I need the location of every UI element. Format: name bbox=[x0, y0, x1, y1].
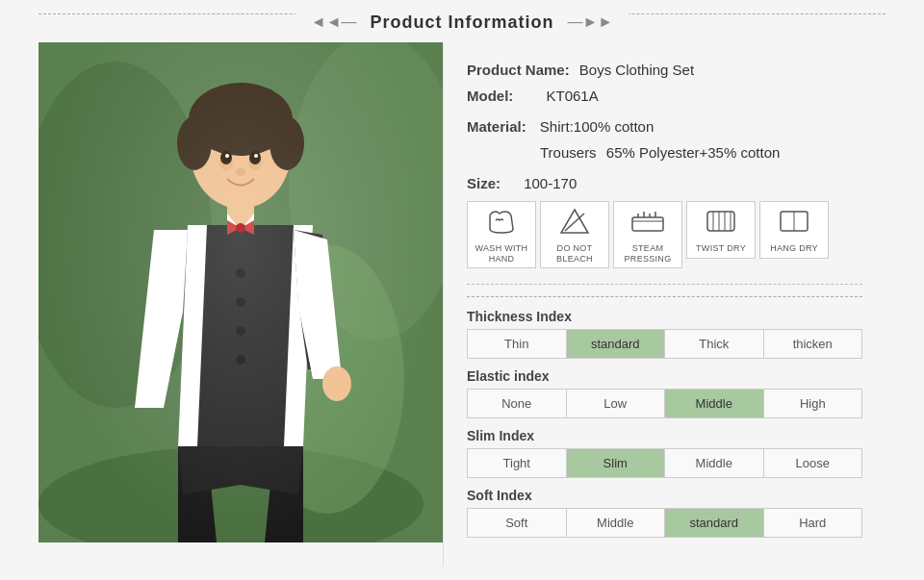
svg-point-8 bbox=[270, 116, 304, 170]
header-deco-left: ◄◄— bbox=[311, 13, 357, 31]
index-grid-3: SoftMiddlestandardHard bbox=[467, 508, 862, 538]
care-icon-twist: TWIST DRY bbox=[686, 201, 756, 259]
index-cell-2-0: Tight bbox=[468, 449, 567, 477]
twist-label: TWIST DRY bbox=[696, 243, 746, 254]
index-cell-0-3: thicken bbox=[764, 330, 862, 358]
bleach-label: Do NOT BLEACH bbox=[545, 243, 604, 265]
size-value: 100-170 bbox=[524, 175, 577, 191]
care-icon-steam: STEAM PRESSING bbox=[613, 201, 682, 269]
material-trousers-value: 65% Polyester+35% cotton bbox=[606, 144, 781, 161]
product-image-svg bbox=[38, 42, 443, 542]
svg-rect-0 bbox=[38, 42, 443, 542]
svg-marker-15 bbox=[227, 220, 241, 235]
svg-point-5 bbox=[191, 97, 291, 209]
page-header: ◄◄— Product Information —►► bbox=[0, 0, 924, 42]
steam-label: STEAM PRESSING bbox=[618, 243, 678, 265]
care-icon-bleach: Do NOT BLEACH bbox=[540, 201, 609, 269]
index-cell-3-3: Hard bbox=[764, 509, 862, 537]
index-cell-0-0: Thin bbox=[468, 330, 567, 358]
size-label: Size: bbox=[467, 175, 500, 191]
wash-icon bbox=[486, 208, 517, 240]
svg-point-2 bbox=[289, 42, 443, 340]
svg-point-23 bbox=[225, 154, 229, 158]
bleach-icon bbox=[559, 208, 590, 240]
index-cell-2-3: Loose bbox=[764, 449, 862, 477]
svg-rect-9 bbox=[227, 201, 254, 225]
hang-icon bbox=[779, 208, 809, 240]
wash-label: wash with hand bbox=[472, 243, 531, 265]
svg-point-18 bbox=[322, 366, 351, 401]
section-divider bbox=[467, 296, 862, 297]
index-cell-3-2: standard bbox=[665, 509, 764, 537]
index-cell-1-1: Low bbox=[567, 390, 666, 417]
steam-icon bbox=[630, 208, 665, 240]
care-icon-hang: HANG DRY bbox=[759, 201, 829, 259]
svg-point-1 bbox=[38, 62, 212, 408]
size-row: Size: 100-170 bbox=[467, 175, 862, 191]
material-label: Material: bbox=[467, 118, 526, 135]
index-cell-3-1: Middle bbox=[567, 509, 666, 537]
product-image bbox=[38, 42, 443, 542]
svg-point-25 bbox=[236, 168, 245, 176]
hang-label: HANG DRY bbox=[770, 243, 818, 254]
model-value: KT061A bbox=[547, 88, 599, 104]
index-cell-1-2: Middle bbox=[665, 390, 764, 417]
svg-point-6 bbox=[189, 83, 293, 156]
product-name-row: Product Name: Boys Clothing Set bbox=[467, 62, 862, 78]
main-content: Product Name: Boys Clothing Set Model: K… bbox=[38, 42, 886, 567]
index-cell-3-0: Soft bbox=[468, 509, 567, 537]
material-trousers-label: Trousers bbox=[540, 144, 597, 161]
svg-point-3 bbox=[38, 446, 424, 542]
header-title: Product Information bbox=[371, 13, 554, 33]
model-label: Model: bbox=[467, 88, 513, 104]
index-title-0: Thickness Index bbox=[467, 309, 862, 324]
svg-point-7 bbox=[177, 116, 212, 170]
svg-point-12 bbox=[236, 297, 245, 307]
index-cell-2-1: Slim bbox=[567, 449, 666, 477]
svg-marker-16 bbox=[241, 220, 254, 235]
svg-point-24 bbox=[254, 154, 258, 158]
material-row: Material: Shirt:100% cotton Trousers 65%… bbox=[467, 113, 862, 165]
index-section: Thickness IndexThinstandardThickthickenE… bbox=[467, 309, 862, 538]
care-icons: wash with hand Do NOT BLEACH STEAM PRESS… bbox=[467, 201, 862, 269]
index-grid-2: TightSlimMiddleLoose bbox=[467, 448, 862, 478]
info-panel: Product Name: Boys Clothing Set Model: K… bbox=[443, 42, 886, 567]
svg-point-22 bbox=[249, 151, 261, 164]
product-name-label: Product Name: bbox=[467, 62, 570, 78]
product-info: Product Name: Boys Clothing Set Model: K… bbox=[467, 62, 862, 286]
care-icon-wash: wash with hand bbox=[467, 201, 536, 269]
index-cell-1-3: High bbox=[764, 390, 862, 417]
index-title-2: Slim Index bbox=[467, 428, 862, 443]
svg-point-20 bbox=[248, 155, 262, 170]
svg-point-19 bbox=[219, 155, 233, 170]
index-grid-1: NoneLowMiddleHigh bbox=[467, 389, 862, 418]
svg-point-17 bbox=[236, 223, 245, 233]
svg-rect-28 bbox=[632, 217, 663, 231]
svg-point-21 bbox=[220, 151, 232, 164]
svg-marker-10 bbox=[227, 214, 254, 244]
material-shirt: Shirt:100% cotton bbox=[540, 118, 654, 135]
svg-point-4 bbox=[250, 244, 404, 514]
svg-point-11 bbox=[236, 268, 245, 278]
index-cell-2-2: Middle bbox=[665, 449, 764, 477]
index-cell-1-0: None bbox=[468, 390, 567, 417]
product-name-value: Boys Clothing Set bbox=[579, 62, 694, 78]
twist-icon bbox=[706, 208, 736, 240]
index-cell-0-2: Thick bbox=[665, 330, 764, 358]
index-title-3: Soft Index bbox=[467, 488, 862, 503]
header-deco-right: —►► bbox=[568, 13, 614, 31]
index-grid-0: ThinstandardThickthicken bbox=[467, 329, 862, 359]
svg-point-13 bbox=[236, 326, 245, 336]
index-cell-0-1: standard bbox=[567, 330, 666, 358]
svg-point-14 bbox=[236, 355, 245, 365]
index-title-1: Elastic index bbox=[467, 368, 862, 384]
model-row: Model: KT061A bbox=[467, 88, 862, 104]
